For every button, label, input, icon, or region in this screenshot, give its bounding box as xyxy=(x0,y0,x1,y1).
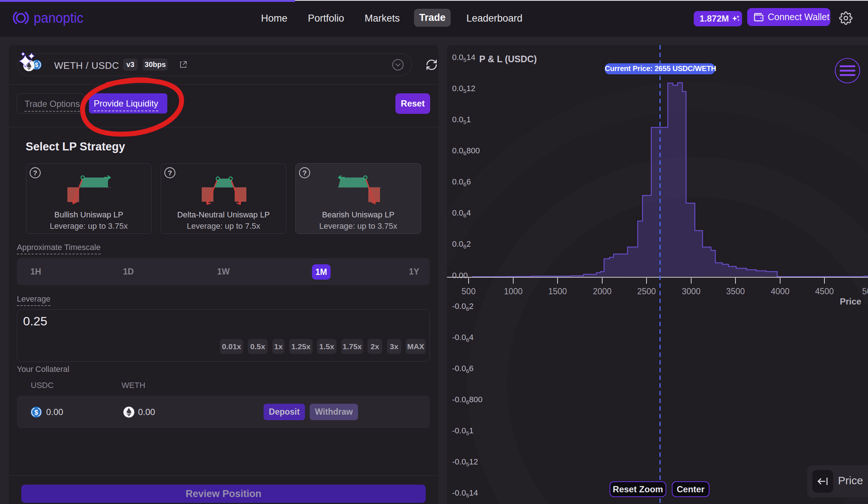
svg-text:$: $ xyxy=(35,62,38,68)
svg-text:$: $ xyxy=(34,409,38,416)
